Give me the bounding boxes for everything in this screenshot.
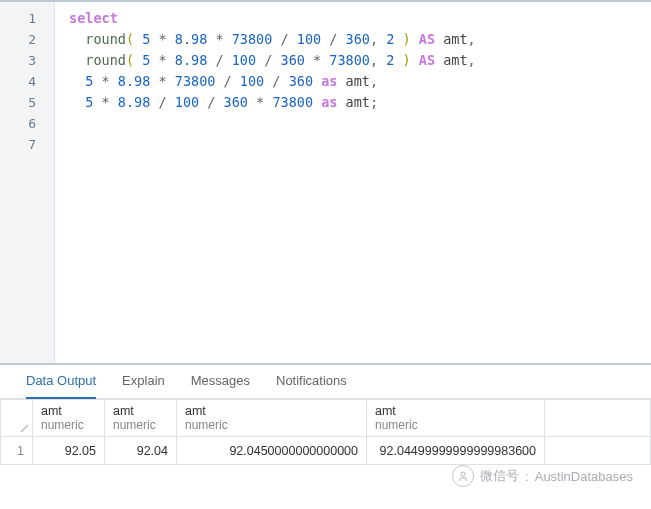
token-num: 8.98 bbox=[175, 31, 208, 47]
token-sp bbox=[435, 31, 443, 47]
token-sp bbox=[93, 94, 101, 110]
token-id: amt bbox=[346, 94, 370, 110]
token-sp bbox=[337, 31, 345, 47]
column-type: numeric bbox=[375, 418, 536, 432]
line-number: 6 bbox=[0, 113, 54, 134]
token-sp bbox=[69, 94, 85, 110]
code-area[interactable]: select round( 5 * 8.98 * 73800 / 100 / 3… bbox=[55, 2, 651, 363]
token-sp bbox=[289, 31, 297, 47]
token-comma: , bbox=[468, 31, 476, 47]
line-number: 1 bbox=[0, 8, 54, 29]
token-num: 8.98 bbox=[175, 52, 208, 68]
token-op: / bbox=[280, 31, 288, 47]
token-sp bbox=[215, 73, 223, 89]
token-num: 73800 bbox=[232, 31, 273, 47]
token-kw: as bbox=[321, 94, 337, 110]
tab-notifications[interactable]: Notifications bbox=[276, 373, 347, 392]
token-sp bbox=[378, 31, 386, 47]
token-comma: , bbox=[370, 52, 378, 68]
token-num: 8.98 bbox=[118, 94, 151, 110]
column-header[interactable]: amtnumeric bbox=[367, 400, 545, 437]
token-fn: round bbox=[85, 52, 126, 68]
token-sp bbox=[305, 52, 313, 68]
token-paren: ( bbox=[126, 31, 134, 47]
column-type: numeric bbox=[185, 418, 358, 432]
token-sp bbox=[337, 94, 345, 110]
code-line[interactable]: round( 5 * 8.98 * 73800 / 100 / 360, 2 )… bbox=[69, 29, 651, 50]
column-header[interactable]: amtnumeric bbox=[33, 400, 105, 437]
cell[interactable]: 92.0450000000000000 bbox=[177, 437, 367, 465]
token-sp bbox=[313, 94, 321, 110]
token-sp bbox=[224, 31, 232, 47]
token-sp bbox=[378, 52, 386, 68]
token-num: 360 bbox=[281, 52, 305, 68]
token-op: * bbox=[102, 94, 110, 110]
results-grid-wrap[interactable]: amtnumericamtnumericamtnumericamtnumeric… bbox=[0, 399, 651, 465]
row-number[interactable]: 1 bbox=[1, 437, 33, 465]
token-sp bbox=[411, 31, 419, 47]
token-op: * bbox=[158, 52, 166, 68]
code-line[interactable]: 5 * 8.98 * 73800 / 100 / 360 as amt, bbox=[69, 71, 651, 92]
token-num: 100 bbox=[297, 31, 321, 47]
sql-editor[interactable]: 1234567 select round( 5 * 8.98 * 73800 /… bbox=[0, 0, 651, 365]
code-line[interactable]: select bbox=[69, 8, 651, 29]
token-sp bbox=[134, 52, 142, 68]
token-sp bbox=[69, 73, 85, 89]
token-num: 100 bbox=[175, 94, 199, 110]
token-op: * bbox=[313, 52, 321, 68]
token-comma: , bbox=[468, 52, 476, 68]
code-line[interactable]: round( 5 * 8.98 / 100 / 360 * 73800, 2 )… bbox=[69, 50, 651, 71]
line-number: 5 bbox=[0, 92, 54, 113]
token-comma: , bbox=[370, 31, 378, 47]
cell[interactable]: 92.04 bbox=[105, 437, 177, 465]
code-line[interactable] bbox=[69, 113, 651, 134]
token-sp bbox=[167, 52, 175, 68]
cell[interactable]: 92.05 bbox=[33, 437, 105, 465]
tab-data-output[interactable]: Data Output bbox=[26, 373, 96, 399]
token-paren: ) bbox=[403, 52, 411, 68]
line-number: 4 bbox=[0, 71, 54, 92]
token-num: 100 bbox=[240, 73, 264, 89]
token-sp bbox=[110, 94, 118, 110]
token-sp bbox=[134, 31, 142, 47]
column-header[interactable]: amtnumeric bbox=[177, 400, 367, 437]
tab-explain[interactable]: Explain bbox=[122, 373, 165, 392]
token-op: * bbox=[215, 31, 223, 47]
token-op: * bbox=[102, 73, 110, 89]
token-num: 73800 bbox=[272, 94, 313, 110]
token-sp bbox=[167, 31, 175, 47]
token-sp bbox=[411, 52, 419, 68]
token-kw: AS bbox=[419, 52, 435, 68]
token-sp bbox=[110, 73, 118, 89]
token-num: 360 bbox=[224, 94, 248, 110]
results-grid: amtnumericamtnumericamtnumericamtnumeric… bbox=[0, 399, 651, 465]
token-kw: select bbox=[69, 10, 118, 26]
token-sp bbox=[272, 52, 280, 68]
code-line[interactable]: 5 * 8.98 / 100 / 360 * 73800 as amt; bbox=[69, 92, 651, 113]
column-header[interactable]: amtnumeric bbox=[105, 400, 177, 437]
row-header-corner[interactable] bbox=[1, 400, 33, 437]
token-sp bbox=[394, 52, 402, 68]
token-sp bbox=[167, 73, 175, 89]
token-op: * bbox=[158, 73, 166, 89]
line-number: 3 bbox=[0, 50, 54, 71]
token-sp bbox=[435, 52, 443, 68]
column-name: amt bbox=[375, 404, 536, 418]
token-num: 360 bbox=[289, 73, 313, 89]
token-sp bbox=[167, 94, 175, 110]
tab-messages[interactable]: Messages bbox=[191, 373, 250, 392]
cell-empty bbox=[545, 437, 651, 465]
token-kw: AS bbox=[419, 31, 435, 47]
token-num: 73800 bbox=[329, 52, 370, 68]
cell[interactable]: 92.04499999999999983600 bbox=[367, 437, 545, 465]
code-line[interactable] bbox=[69, 134, 651, 155]
token-sp bbox=[337, 73, 345, 89]
token-sp bbox=[224, 52, 232, 68]
results-tabs: Data OutputExplainMessagesNotifications bbox=[0, 365, 651, 399]
token-sp bbox=[256, 52, 264, 68]
token-op: / bbox=[215, 52, 223, 68]
line-number: 7 bbox=[0, 134, 54, 155]
column-name: amt bbox=[185, 404, 358, 418]
token-op: / bbox=[224, 73, 232, 89]
table-row[interactable]: 192.0592.0492.045000000000000092.0449999… bbox=[1, 437, 651, 465]
